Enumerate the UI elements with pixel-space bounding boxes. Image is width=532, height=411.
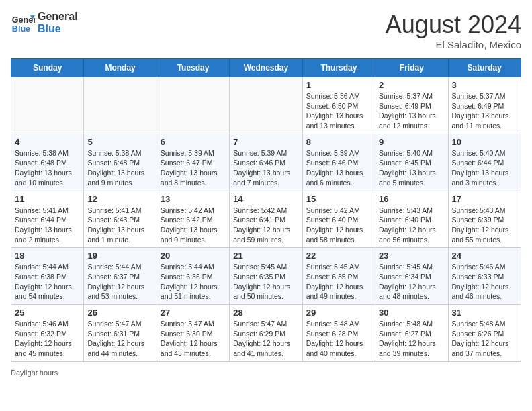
day-number: 9: [379, 137, 444, 147]
title-block: August 2024 El Saladito, Mexico: [386, 11, 521, 50]
footer-text: Daylight hours: [11, 369, 58, 377]
day-number: 17: [452, 194, 517, 204]
day-info: Sunrise: 5:44 AMSunset: 6:36 PMDaylight:…: [161, 262, 226, 302]
day-number: 16: [379, 194, 444, 204]
day-number: 24: [452, 250, 517, 261]
day-number: 6: [161, 137, 226, 147]
day-info: Sunrise: 5:47 AMSunset: 6:30 PMDaylight:…: [161, 319, 226, 359]
day-info: Sunrise: 5:37 AMSunset: 6:49 PMDaylight:…: [452, 91, 517, 131]
day-number: 27: [161, 308, 226, 318]
calendar-cell: 27Sunrise: 5:47 AMSunset: 6:30 PMDayligh…: [157, 305, 229, 362]
calendar-cell: 9Sunrise: 5:40 AMSunset: 6:45 PMDaylight…: [375, 134, 448, 191]
day-number: 8: [306, 137, 371, 147]
calendar-cell: [84, 77, 157, 134]
calendar-cell: 5Sunrise: 5:38 AMSunset: 6:48 PMDaylight…: [84, 134, 157, 191]
day-info: Sunrise: 5:41 AMSunset: 6:43 PMDaylight:…: [87, 205, 152, 245]
day-info: Sunrise: 5:42 AMSunset: 6:41 PMDaylight:…: [233, 205, 298, 245]
calendar-week-row: 18Sunrise: 5:44 AMSunset: 6:38 PMDayligh…: [11, 248, 521, 305]
day-number: 26: [87, 308, 152, 318]
day-number: 23: [379, 250, 444, 261]
day-number: 14: [233, 194, 298, 204]
calendar-cell: [11, 77, 84, 134]
calendar-cell: 26Sunrise: 5:47 AMSunset: 6:31 PMDayligh…: [84, 305, 157, 362]
day-number: 18: [15, 250, 80, 261]
calendar-cell: 23Sunrise: 5:45 AMSunset: 6:34 PMDayligh…: [375, 248, 448, 305]
day-info: Sunrise: 5:37 AMSunset: 6:49 PMDaylight:…: [379, 91, 444, 131]
day-number: 3: [452, 80, 517, 90]
calendar-cell: 2Sunrise: 5:37 AMSunset: 6:49 PMDaylight…: [375, 77, 448, 134]
month-year-title: August 2024: [386, 11, 521, 39]
calendar-week-row: 1Sunrise: 5:36 AMSunset: 6:50 PMDaylight…: [11, 77, 521, 134]
calendar-cell: 14Sunrise: 5:42 AMSunset: 6:41 PMDayligh…: [230, 191, 302, 248]
day-info: Sunrise: 5:48 AMSunset: 6:26 PMDaylight:…: [452, 319, 517, 359]
calendar-cell: [230, 77, 302, 134]
day-number: 15: [306, 194, 371, 204]
logo-line1: General: [38, 11, 78, 23]
day-info: Sunrise: 5:43 AMSunset: 6:39 PMDaylight:…: [452, 205, 517, 245]
calendar-cell: 21Sunrise: 5:45 AMSunset: 6:35 PMDayligh…: [230, 248, 302, 305]
calendar-table: SundayMondayTuesdayWednesdayThursdayFrid…: [11, 58, 521, 362]
day-info: Sunrise: 5:39 AMSunset: 6:46 PMDaylight:…: [306, 148, 371, 188]
day-info: Sunrise: 5:45 AMSunset: 6:34 PMDaylight:…: [379, 262, 444, 302]
day-number: 7: [233, 137, 298, 147]
day-number: 12: [87, 194, 152, 204]
day-info: Sunrise: 5:48 AMSunset: 6:27 PMDaylight:…: [379, 319, 444, 359]
day-info: Sunrise: 5:48 AMSunset: 6:28 PMDaylight:…: [306, 319, 371, 359]
day-number: 5: [87, 137, 152, 147]
calendar-cell: 6Sunrise: 5:39 AMSunset: 6:47 PMDaylight…: [157, 134, 229, 191]
calendar-day-header: Thursday: [302, 59, 375, 77]
day-number: 31: [452, 308, 517, 318]
day-info: Sunrise: 5:38 AMSunset: 6:48 PMDaylight:…: [87, 148, 152, 188]
calendar-day-header: Monday: [84, 59, 157, 77]
day-number: 28: [233, 308, 298, 318]
day-info: Sunrise: 5:43 AMSunset: 6:40 PMDaylight:…: [379, 205, 444, 245]
day-info: Sunrise: 5:40 AMSunset: 6:45 PMDaylight:…: [379, 148, 444, 188]
day-info: Sunrise: 5:47 AMSunset: 6:31 PMDaylight:…: [87, 319, 152, 359]
calendar-day-header: Friday: [375, 59, 448, 77]
calendar-cell: 29Sunrise: 5:48 AMSunset: 6:28 PMDayligh…: [302, 305, 375, 362]
day-number: 2: [379, 80, 444, 90]
day-number: 25: [15, 308, 80, 318]
day-info: Sunrise: 5:46 AMSunset: 6:32 PMDaylight:…: [15, 319, 80, 359]
svg-text:Blue: Blue: [12, 24, 30, 34]
calendar-cell: 17Sunrise: 5:43 AMSunset: 6:39 PMDayligh…: [448, 191, 521, 248]
day-info: Sunrise: 5:39 AMSunset: 6:46 PMDaylight:…: [233, 148, 298, 188]
calendar-cell: 15Sunrise: 5:42 AMSunset: 6:40 PMDayligh…: [302, 191, 375, 248]
day-info: Sunrise: 5:40 AMSunset: 6:44 PMDaylight:…: [452, 148, 517, 188]
calendar-cell: 1Sunrise: 5:36 AMSunset: 6:50 PMDaylight…: [302, 77, 375, 134]
day-number: 1: [306, 80, 371, 90]
calendar-cell: 10Sunrise: 5:40 AMSunset: 6:44 PMDayligh…: [448, 134, 521, 191]
footer: Daylight hours: [11, 369, 521, 377]
day-info: Sunrise: 5:38 AMSunset: 6:48 PMDaylight:…: [15, 148, 80, 188]
day-number: 22: [306, 250, 371, 261]
location-subtitle: El Saladito, Mexico: [386, 39, 521, 50]
calendar-cell: 25Sunrise: 5:46 AMSunset: 6:32 PMDayligh…: [11, 305, 84, 362]
day-number: 4: [15, 137, 80, 147]
day-info: Sunrise: 5:44 AMSunset: 6:38 PMDaylight:…: [15, 262, 80, 302]
calendar-week-row: 11Sunrise: 5:41 AMSunset: 6:44 PMDayligh…: [11, 191, 521, 248]
logo-icon: General Blue: [11, 11, 35, 35]
page-header: General Blue General Blue August 2024 El…: [11, 11, 521, 50]
calendar-cell: 8Sunrise: 5:39 AMSunset: 6:46 PMDaylight…: [302, 134, 375, 191]
day-number: 29: [306, 308, 371, 318]
calendar-cell: 11Sunrise: 5:41 AMSunset: 6:44 PMDayligh…: [11, 191, 84, 248]
day-number: 13: [161, 194, 226, 204]
calendar-week-row: 25Sunrise: 5:46 AMSunset: 6:32 PMDayligh…: [11, 305, 521, 362]
day-info: Sunrise: 5:45 AMSunset: 6:35 PMDaylight:…: [233, 262, 298, 302]
day-number: 19: [87, 250, 152, 261]
calendar-cell: 16Sunrise: 5:43 AMSunset: 6:40 PMDayligh…: [375, 191, 448, 248]
calendar-week-row: 4Sunrise: 5:38 AMSunset: 6:48 PMDaylight…: [11, 134, 521, 191]
day-info: Sunrise: 5:45 AMSunset: 6:35 PMDaylight:…: [306, 262, 371, 302]
calendar-cell: 3Sunrise: 5:37 AMSunset: 6:49 PMDaylight…: [448, 77, 521, 134]
day-info: Sunrise: 5:39 AMSunset: 6:47 PMDaylight:…: [161, 148, 226, 188]
day-info: Sunrise: 5:42 AMSunset: 6:42 PMDaylight:…: [161, 205, 226, 245]
day-number: 10: [452, 137, 517, 147]
calendar-cell: 18Sunrise: 5:44 AMSunset: 6:38 PMDayligh…: [11, 248, 84, 305]
calendar-day-header: Tuesday: [157, 59, 229, 77]
day-info: Sunrise: 5:41 AMSunset: 6:44 PMDaylight:…: [15, 205, 80, 245]
calendar-cell: 19Sunrise: 5:44 AMSunset: 6:37 PMDayligh…: [84, 248, 157, 305]
calendar-cell: 4Sunrise: 5:38 AMSunset: 6:48 PMDaylight…: [11, 134, 84, 191]
logo: General Blue General Blue: [11, 11, 78, 35]
calendar-day-header: Saturday: [448, 59, 521, 77]
day-info: Sunrise: 5:36 AMSunset: 6:50 PMDaylight:…: [306, 91, 371, 131]
